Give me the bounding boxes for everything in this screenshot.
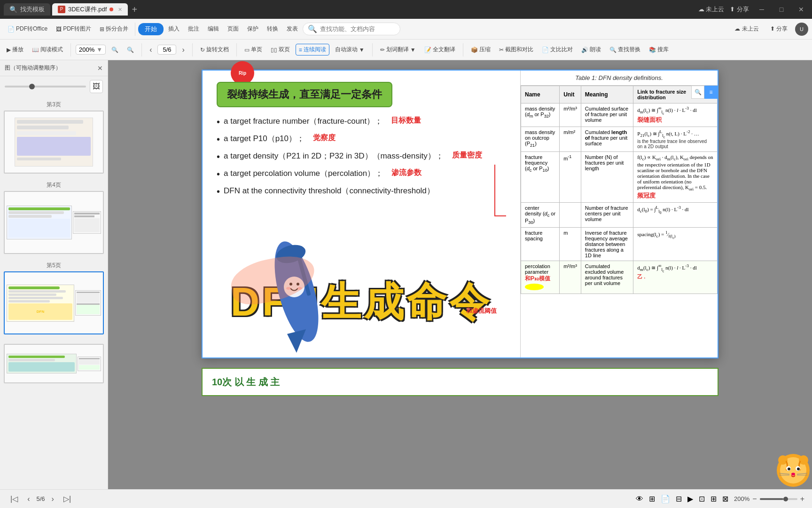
prev-page-btn[interactable]: ‹ — [147, 45, 155, 55]
cell-formula-percolation: dm(lc) ≅ ∫∞lc n(l) · l · L-3 · dl 乙 . — [633, 261, 718, 294]
cell-unit-freq: m-1 — [560, 152, 581, 202]
single-page-btn[interactable]: ▭ 单页 — [242, 44, 265, 55]
add-tab-button[interactable]: + — [132, 4, 137, 15]
formula-center: dc(l0) = ∫Ll0 n(l) · L-3 · dl — [637, 205, 713, 215]
zoom-search-btn[interactable]: 🔍 — [109, 45, 121, 55]
full-translate-btn[interactable]: 📝 全文翻译 — [422, 44, 458, 55]
last-page-btn[interactable]: ▷| — [61, 493, 74, 504]
prev-page-status-btn[interactable]: ‹ — [24, 494, 32, 504]
cell-formula-center: dc(l0) = ∫Ll0 n(l) · L-3 · dl — [633, 202, 718, 227]
next-page-status-btn[interactable]: › — [49, 494, 57, 504]
tab-pdf[interactable]: P 3DEC课件.pdf ✕ — [52, 3, 128, 16]
zoom-slider[interactable] — [760, 498, 797, 500]
pdf-to-image-btn[interactable]: 🖼 PDF转图片 — [52, 23, 95, 35]
tiger-mascot — [774, 452, 812, 489]
continuous-read-btn[interactable]: ≡ 连续阅读 — [296, 44, 329, 56]
page5-thumbnail[interactable]: DFN — [4, 271, 104, 334]
page5b-thumbnail[interactable] — [4, 344, 104, 383]
tab-close-btn[interactable]: ✕ — [118, 7, 122, 13]
thumb3-inner — [5, 111, 103, 173]
start-btn[interactable]: 开始 — [138, 23, 164, 35]
page-thumb-3[interactable]: 第3页 — [0, 97, 108, 177]
status-nav: |◁ ‹ 5/6 › ▷| — [8, 493, 74, 504]
page-thumb-5[interactable]: 第5页 DFN — [0, 258, 108, 338]
view-icon-2[interactable]: ⊞ — [649, 494, 655, 503]
page-status-display: 5/6 — [36, 495, 45, 502]
zoom-out-btn[interactable]: 🔍 — [124, 45, 137, 55]
protect-btn[interactable]: 保护 — [243, 23, 262, 35]
maximize-btn[interactable]: □ — [774, 2, 789, 16]
page5-left: 裂缝持续生成，直至满足一定条件 a target fracture number… — [203, 71, 520, 357]
send-btn[interactable]: 发表 — [283, 23, 302, 35]
pdf-image-icon: 🖼 — [56, 26, 62, 32]
bullet-list: a target fracture number（fracture-count）… — [217, 116, 506, 197]
play-status-btn[interactable]: ▶ — [687, 494, 693, 503]
page-thumb-5b[interactable] — [0, 338, 108, 387]
read-mode-btn[interactable]: 📖 阅读模式 — [29, 44, 66, 55]
find-replace-btn[interactable]: 🔍 查找替换 — [607, 44, 643, 55]
bullet4-annotation: 渗流参数 — [391, 168, 422, 178]
page5-table-area: Table 1: DFN density definitions. ≡ 🔍 — [520, 71, 718, 357]
auto-scroll-btn[interactable]: 自动滚动 ▼ — [332, 44, 367, 55]
close-btn[interactable]: ✕ — [794, 2, 808, 16]
cloud-upload-btn[interactable]: ☁ 未上云 — [731, 23, 762, 36]
sep1 — [135, 23, 135, 36]
zoom-plus-btn[interactable]: + — [800, 495, 804, 503]
page3-thumbnail[interactable] — [4, 111, 104, 174]
page-input[interactable]: 5/6 — [157, 45, 176, 55]
rotate-btn[interactable]: ↻ 旋转文档 — [197, 44, 232, 55]
split-merge-btn[interactable]: ⊞ 拆分合并 — [96, 23, 132, 35]
doc-compare-btn[interactable]: 📄 文比比对 — [539, 44, 576, 55]
pdf-to-office-btn[interactable]: 📄 PDF转Office — [4, 23, 51, 35]
share-btn[interactable]: ⬆ 分享 — [730, 5, 749, 14]
thumbnail-size-slider[interactable] — [5, 86, 86, 87]
next-page-btn[interactable]: › — [179, 45, 187, 55]
sidebar-close-btn[interactable]: ✕ — [97, 64, 103, 72]
edit-btn[interactable]: 编辑 — [204, 23, 223, 35]
translate-btn[interactable]: ✏ 划词翻译 ▼ — [377, 44, 419, 55]
sidebar-image-btn[interactable]: 🖼 — [90, 80, 103, 93]
view-icon-5[interactable]: ⊡ — [699, 494, 705, 503]
compare-btn[interactable]: ✂ 截图和对比 — [496, 44, 536, 55]
search-box[interactable]: 🔍 — [303, 23, 400, 35]
view-icon-7[interactable]: ⊠ — [722, 494, 728, 503]
first-page-btn[interactable]: |◁ — [8, 493, 21, 504]
share-toolbar-btn[interactable]: ⬆ 分享 — [766, 23, 791, 36]
read-aloud-btn[interactable]: 🔊 朗读 — [578, 44, 604, 55]
zoom-dropdown-icon[interactable]: ▼ — [96, 46, 102, 53]
library-btn[interactable]: 📚 搜库 — [646, 44, 671, 55]
page-btn[interactable]: 页面 — [224, 23, 242, 35]
page-thumb-4[interactable]: 第4页 — [0, 177, 108, 258]
page4-thumbnail[interactable] — [4, 191, 104, 254]
play-btn[interactable]: ▶ 播放 — [4, 44, 26, 55]
pdf-office-icon: 📄 — [8, 26, 15, 32]
formula-spacing: spacing(lc) = 1⁄f(lc) — [637, 230, 713, 240]
search-input[interactable] — [320, 25, 395, 32]
zoom-minus-btn[interactable]: − — [752, 495, 757, 503]
svg-point-16 — [797, 468, 800, 470]
minimize-btn[interactable]: ─ — [755, 2, 769, 16]
convert-btn[interactable]: 转换 — [263, 23, 282, 35]
cell-meaning-spacing: Inverse of fracture frequency average di… — [581, 228, 633, 261]
corner-blue-btn[interactable]: ≡ — [704, 86, 718, 99]
view-icon-6[interactable]: ⊞ — [710, 494, 717, 503]
cell-name-spacing: fracture spacing — [521, 228, 560, 261]
insert-btn[interactable]: 插入 — [164, 23, 183, 35]
table-row-spacing: fracture spacing m Inverse of fracture f… — [521, 228, 718, 261]
compress-btn[interactable]: 📦 压缩 — [468, 44, 493, 55]
view-icon-4[interactable]: ⊟ — [676, 494, 682, 503]
bullet3-annotation: 质量密度 — [452, 151, 482, 160]
corner-search-btn[interactable]: 🔍 — [691, 86, 704, 99]
view-icon-3[interactable]: 📄 — [661, 494, 670, 503]
topbar-right: ☁ 未上云 ⬆ 分享 ─ □ ✕ — [698, 2, 808, 16]
page4-label: 第4页 — [4, 181, 104, 189]
bullet1-annotation: 目标数量 — [391, 116, 421, 126]
zoom-slider-thumb[interactable] — [783, 497, 788, 501]
double-page-btn[interactable]: ▯▯ 双页 — [268, 44, 293, 55]
tab-home[interactable]: 🔍 找壳模板 — [4, 3, 50, 16]
comment-btn[interactable]: 批注 — [184, 23, 203, 35]
pdf-content-area[interactable]: Rip 裂缝持续生成，直至满足一定条件 a target fracture nu… — [108, 60, 812, 489]
slider-thumb[interactable] — [29, 84, 35, 89]
toolbar-user-avatar[interactable]: U — [795, 23, 808, 36]
view-icon-1[interactable]: 👁 — [636, 495, 643, 503]
